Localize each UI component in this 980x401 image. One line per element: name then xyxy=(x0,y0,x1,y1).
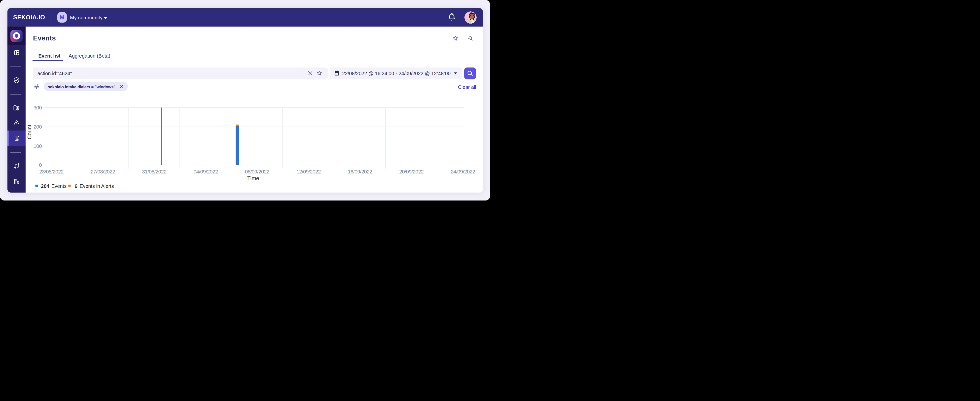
svg-text:Events in Alerts: Events in Alerts xyxy=(80,183,114,189)
svg-text:31/08/2022: 31/08/2022 xyxy=(142,169,166,175)
svg-text:23/08/2022: 23/08/2022 xyxy=(39,169,64,175)
svg-text:04/09/2022: 04/09/2022 xyxy=(194,169,218,175)
svg-text:16/09/2022: 16/09/2022 xyxy=(348,169,372,175)
svg-text:24/09/2022: 24/09/2022 xyxy=(451,169,475,175)
svg-text:204: 204 xyxy=(41,183,49,189)
svg-text:Time: Time xyxy=(247,175,259,181)
svg-text:100: 100 xyxy=(33,143,42,149)
svg-text:08/09/2022: 08/09/2022 xyxy=(245,169,269,175)
svg-text:Count: Count xyxy=(26,125,32,140)
svg-text:27/08/2022: 27/08/2022 xyxy=(91,169,115,175)
svg-text:200: 200 xyxy=(33,124,42,129)
svg-text:6: 6 xyxy=(75,183,78,189)
svg-text:Events: Events xyxy=(51,183,67,189)
svg-text:0: 0 xyxy=(39,162,42,168)
svg-text:12/09/2022: 12/09/2022 xyxy=(296,169,321,175)
svg-text:300: 300 xyxy=(33,105,42,110)
svg-text:20/09/2022: 20/09/2022 xyxy=(399,169,423,175)
